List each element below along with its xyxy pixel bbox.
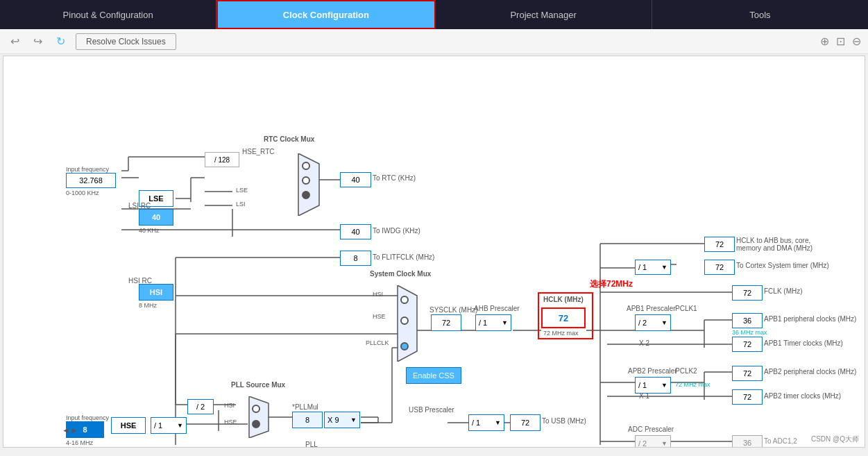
iwdg-out-box[interactable]: 40 (340, 224, 371, 239)
fclk-label: FCLK (MHz) (764, 287, 803, 295)
pclk2-label: PCLK2 (675, 367, 697, 375)
div128-box[interactable]: / 128 (205, 152, 239, 167)
apb2-timer-label: APB2 timer clocks (MHz) (764, 392, 841, 400)
radio-pll-hse[interactable] (252, 420, 260, 428)
usb-out-box[interactable]: 72 (510, 414, 541, 431)
hclk-box[interactable]: 72 (541, 307, 586, 328)
apb1-x2-label: X 2 (639, 339, 649, 347)
hsi-8-freq: 8 MHz (139, 302, 157, 309)
to-rtc-label: To RTC (KHz) (373, 174, 416, 182)
redo-button[interactable]: ↪ (30, 33, 46, 49)
cortex-label: To Cortex System timer (MHz) (736, 262, 829, 269)
flit-out-box[interactable]: 8 (340, 251, 371, 266)
apb2-timer-out-box[interactable]: 72 (732, 389, 763, 405)
x9-dropdown[interactable]: X 9 ▼ (324, 412, 360, 428)
hclk-ahb-label2: memory and DMA (MHz) (736, 244, 812, 252)
radio-rtc-3[interactable] (302, 191, 310, 199)
radio-rtc-1[interactable] (302, 162, 310, 170)
apb1-prescaler-label: APB1 Prescaler (627, 305, 676, 312)
diagram-svg (3, 56, 865, 447)
lse-line-label: LSE (236, 187, 248, 194)
pclk1-label: PCLK1 (675, 305, 697, 312)
annotation-label: 选择72MHz (590, 278, 633, 290)
enable-css-button[interactable]: Enable CSS (406, 367, 461, 384)
input-freq-range-2: 4-16 MHz (66, 439, 93, 446)
hclk-ahb-label: HCLK to AHB bus, core, (736, 237, 810, 244)
pll-label: PLL (305, 441, 318, 448)
hse-arrows: ◄► (62, 425, 78, 435)
hsi-rc-box[interactable]: HSI (139, 284, 173, 301)
lsi-line-label: LSI (236, 201, 246, 208)
nav-clock[interactable]: Clock Configuration (216, 0, 435, 29)
hsi-pll-label: HSI (224, 402, 235, 409)
svg-marker-73 (249, 396, 269, 438)
radio-sys-hse[interactable] (400, 316, 409, 325)
adc-to-label: To ADC1,2 (764, 437, 797, 445)
rtc-out-box[interactable]: 40 (340, 172, 371, 187)
hse-box[interactable]: HSE (111, 417, 146, 434)
ahb-prescaler-dropdown[interactable]: / 1 ▼ (475, 314, 511, 331)
pll-mul-label: *PLLMul (292, 403, 318, 411)
radio-sys-hsi[interactable] (400, 296, 409, 304)
apb2-x1-label: X 1 (639, 392, 649, 400)
apb1-max-label: 36 MHz max (732, 329, 767, 336)
rtc-mux-label: RTC Clock Mux (264, 135, 314, 143)
diagram-area: Input frequency 32.768 0-1000 KHz LSE LS… (3, 56, 865, 448)
radio-pll-hsi[interactable] (252, 405, 260, 413)
to-usb-label: To USB (MHz) (542, 417, 586, 425)
apb1-timer-label: APB1 Timer clocks (MHz) (764, 339, 843, 347)
zoom-in-icon[interactable]: ⊕ (820, 35, 829, 48)
lsi-40-freq: 40 KHz (139, 227, 160, 234)
radio-rtc-2[interactable] (302, 176, 310, 185)
cortex-out-box[interactable]: 72 (704, 260, 735, 275)
cortex-div1[interactable]: / 1 ▼ (635, 260, 671, 275)
apb1-timer-out-box[interactable]: 72 (732, 337, 763, 352)
nav-pinout[interactable]: Pinout & Configuration (0, 0, 216, 29)
input-freq-box-1[interactable]: 32.768 (66, 173, 116, 188)
adc-prescaler-dropdown[interactable]: / 2 ▼ (635, 435, 671, 448)
hclk-ahb-out-box[interactable]: 72 (704, 237, 735, 252)
input-freq-label-1: Input frequency (66, 166, 109, 173)
apb1-out-box[interactable]: 36 (732, 313, 763, 328)
input-freq-range-1: 0-1000 KHz (66, 189, 99, 196)
resolve-button[interactable]: Resolve Clock Issues (76, 33, 176, 50)
pll-src-mux-shape (246, 396, 271, 438)
apb1-prescaler-dropdown[interactable]: / 2 ▼ (635, 314, 671, 331)
fit-icon[interactable]: ⊡ (836, 35, 845, 48)
pll-src-mux-label: PLL Source Mux (231, 381, 285, 389)
adc-out-box: 36 (732, 435, 763, 448)
hclk-label: HCLK (MHz) (543, 296, 584, 303)
zoom-out-icon[interactable]: ⊖ (852, 35, 861, 48)
hsi-sys-label: HSI (373, 291, 383, 298)
apb1-clk-label: APB1 peripheral clocks (MHz) (764, 315, 856, 323)
ahb-prescaler-label: AHB Prescaler (474, 305, 520, 312)
watermark: CSDN @Q大师 (811, 434, 859, 444)
apb2-out-box[interactable]: 72 (732, 366, 763, 381)
hse-sys-label: HSE (373, 313, 386, 320)
sysclk-box[interactable]: 72 (431, 314, 461, 331)
usb-prescaler-label: USB Prescaler (409, 406, 454, 414)
sysclk-label: SYSCLK (MHz) (429, 306, 477, 314)
pllclk-sys-label: PLLCLK (366, 339, 389, 346)
to-flit-label: To FLITFCLK (MHz) (373, 253, 434, 261)
undo-button[interactable]: ↩ (7, 33, 23, 49)
hse-rtc-label: HSE_RTC (242, 148, 275, 155)
nav-tools[interactable]: Tools (652, 0, 868, 29)
hclk-max-label: 72 MHz max (543, 330, 579, 337)
div2-box[interactable]: / 2 (187, 399, 214, 414)
input-freq-label-2: Input frequency (66, 414, 109, 421)
sys-mux-label: System Clock Mux (370, 270, 431, 278)
apb2-max-label: 72 MHz max (675, 381, 710, 388)
radio-sys-pll[interactable] (400, 342, 409, 351)
lsi-40-box[interactable]: 40 (139, 209, 173, 226)
apb2-clk-label: APB2 peripheral clocks (MHz) (764, 368, 856, 375)
fclk-out-box[interactable]: 72 (732, 285, 763, 301)
apb2-prescaler-label: APB2 Prescaler (628, 367, 677, 375)
apb2-prescaler-dropdown[interactable]: / 1 ▼ (635, 377, 671, 394)
to-iwdg-label: To IWDG (KHz) (373, 227, 420, 235)
refresh-button[interactable]: ↻ (53, 33, 69, 49)
pll-mul-box[interactable]: 8 (292, 412, 323, 428)
hse-div1-dropdown[interactable]: / 1 ▼ (151, 417, 187, 434)
nav-project[interactable]: Project Manager (436, 0, 652, 29)
usb-div-dropdown[interactable]: / 1 ▼ (468, 414, 504, 431)
